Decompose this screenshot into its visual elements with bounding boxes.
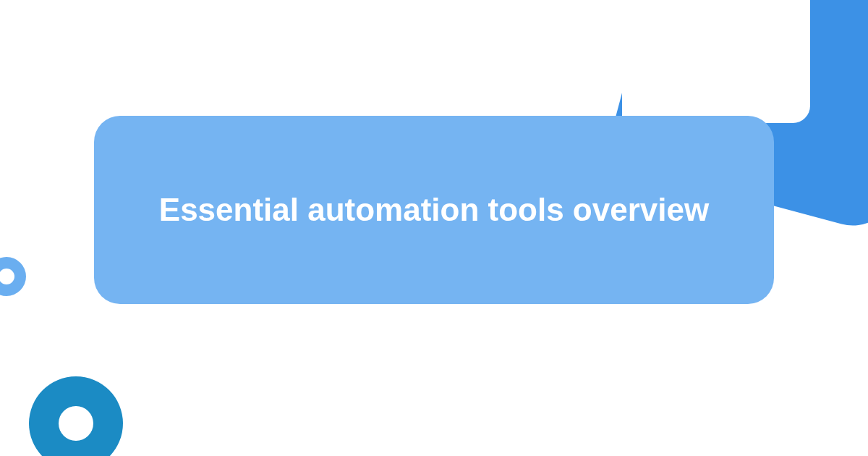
page-title: Essential automation tools overview [159, 191, 709, 229]
title-card: Essential automation tools overview [94, 116, 774, 304]
decorative-ring-large [29, 376, 123, 456]
decorative-corner-cutout [622, 0, 810, 123]
decorative-ring-small [0, 257, 26, 296]
